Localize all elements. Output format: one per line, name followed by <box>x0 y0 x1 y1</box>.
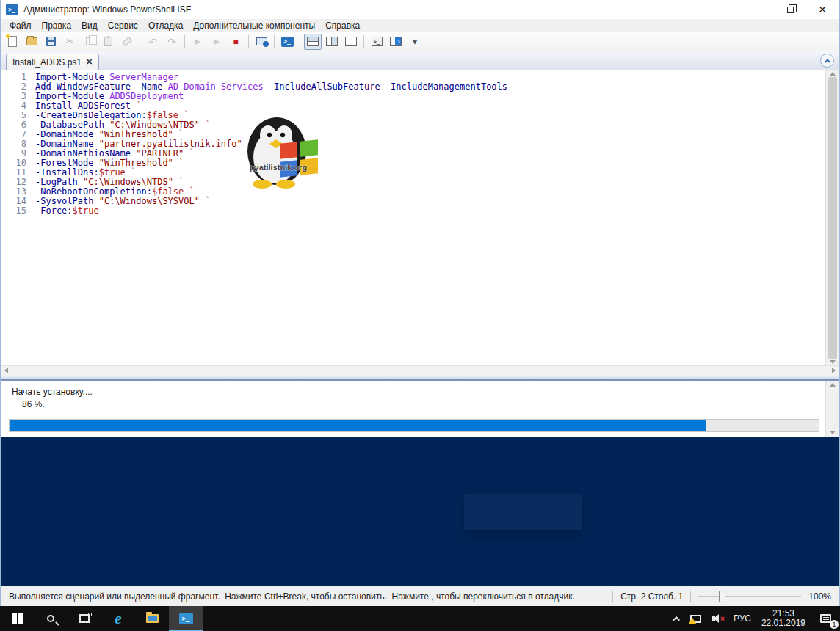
show-command-addon-icon: >_ <box>372 37 383 46</box>
restore-icon <box>787 7 794 13</box>
menu-item-6[interactable]: Справка <box>320 20 365 32</box>
system-tray: × РУС 21:53 22.01.2019 1 <box>670 606 840 631</box>
pane-splitter[interactable] <box>1 376 839 381</box>
status-message: Выполняется сценарий или выделенный фраг… <box>9 591 605 602</box>
restore-button[interactable] <box>774 0 806 19</box>
app-icon: >_ <box>6 4 18 15</box>
code-editor[interactable]: 123456789101112131415 Import-Module Serv… <box>1 70 825 365</box>
run-script-icon: ▶ <box>195 37 200 46</box>
scroll-down-icon[interactable] <box>830 360 836 364</box>
volume-muted-icon[interactable]: × <box>706 606 728 631</box>
warning-triangle-icon <box>689 618 696 624</box>
script-pane: 123456789101112131415 Import-Module Serv… <box>1 70 839 365</box>
tab-strip: Install_ADDS.ps1 ✕ <box>1 51 839 70</box>
line-number: 4 <box>1 101 35 111</box>
network-icon <box>690 615 701 623</box>
menu-item-2[interactable]: Вид <box>76 20 103 32</box>
collapse-script-pane-button[interactable] <box>820 54 834 68</box>
file-explorer-button[interactable] <box>135 606 169 631</box>
language-indicator[interactable]: РУС <box>728 606 756 631</box>
desktop: >_ Администратор: Windows PowerShell ISE… <box>0 0 840 631</box>
divider <box>612 591 613 602</box>
undo-icon: ↶ <box>148 36 157 48</box>
show-script-pane-right-icon <box>326 37 338 46</box>
date: 22.01.2019 <box>761 619 805 628</box>
start-powershell-exe-button[interactable]: >_ <box>278 34 296 50</box>
line-number: 1 <box>1 73 35 82</box>
line-number: 5 <box>1 111 35 120</box>
clear-console-button <box>118 34 136 50</box>
start-powershell-exe-icon: >_ <box>281 37 294 47</box>
powershell-taskbar-button[interactable]: >_ <box>169 606 203 631</box>
show-console-pane-button[interactable] <box>387 34 405 50</box>
chevron-up-icon <box>824 59 830 65</box>
run-selection-button: ▶ <box>208 34 225 50</box>
new-remote-powershell-tab-button[interactable] <box>253 34 270 50</box>
menu-item-3[interactable]: Сервис <box>103 20 143 32</box>
notification-badge: 1 <box>830 620 839 629</box>
stop-operation-icon: ■ <box>233 37 238 47</box>
task-view-button[interactable] <box>68 606 101 631</box>
close-button[interactable]: ✕ <box>806 0 839 19</box>
open-script-button[interactable] <box>23 34 40 50</box>
taskbar: e>_ × РУС 21:53 22.01.2019 1 <box>0 606 840 631</box>
title-bar: >_ Администратор: Windows PowerShell ISE… <box>1 0 839 19</box>
zoom-slider[interactable] <box>698 591 801 602</box>
scroll-down-icon[interactable] <box>830 431 836 434</box>
clock[interactable]: 21:53 22.01.2019 <box>756 606 811 631</box>
open-script-icon <box>26 37 37 45</box>
scroll-left-icon[interactable] <box>4 368 8 373</box>
tab-close-icon[interactable]: ✕ <box>86 57 93 67</box>
zoom-slider-track[interactable] <box>698 596 801 597</box>
paste-icon <box>104 37 112 46</box>
show-script-pane-right-button[interactable] <box>323 34 341 50</box>
code-line: -ForestMode "WinThreshold" ` <box>35 158 825 168</box>
toolbar-separator <box>140 35 140 48</box>
menu-bar: ФайлПравкаВидСервисОтладкаДополнительные… <box>1 19 839 32</box>
action-center-icon <box>820 614 831 623</box>
console-pane[interactable] <box>1 437 839 586</box>
clear-console-icon <box>122 37 132 46</box>
cursor-position: Стр. 2 Столб. 1 <box>620 591 683 602</box>
editor-vertical-scrollbar[interactable] <box>825 70 839 365</box>
editor-horizontal-scrollbar[interactable] <box>1 365 839 376</box>
powershell-ise-window: >_ Администратор: Windows PowerShell ISE… <box>0 0 840 606</box>
menu-item-5[interactable]: Дополнительные компоненты <box>188 20 320 32</box>
progress-percent-label: 86 %. <box>22 399 825 409</box>
menu-item-0[interactable]: Файл <box>4 20 37 32</box>
toolbar-separator <box>300 35 300 48</box>
action-center-button[interactable]: 1 <box>811 606 840 631</box>
scroll-up-icon[interactable] <box>830 383 836 387</box>
internet-explorer-button[interactable]: e <box>101 606 135 631</box>
search-button[interactable] <box>34 606 68 631</box>
progress-pane-scrollbar[interactable] <box>825 381 839 437</box>
progress-bar-fill <box>10 420 706 431</box>
scrollbar-thumb[interactable] <box>828 77 837 359</box>
dialog-ghost-shadow <box>464 494 582 530</box>
tray-expand-button[interactable] <box>670 606 685 631</box>
zoom-slider-thumb[interactable] <box>719 591 725 602</box>
code-area[interactable]: Import-Module ServerManagerAdd-WindowsFe… <box>35 70 825 365</box>
scroll-right-icon[interactable] <box>832 368 836 373</box>
tab-install-adds[interactable]: Install_ADDS.ps1 ✕ <box>6 54 99 70</box>
menu-item-1[interactable]: Правка <box>37 20 77 32</box>
paste-button <box>99 34 117 50</box>
copy-icon <box>86 37 93 45</box>
save-script-icon <box>46 37 56 46</box>
scroll-up-icon[interactable] <box>830 72 836 76</box>
network-status-icon[interactable] <box>685 606 706 631</box>
progress-pane: Начать установку.... 86 %. <box>1 381 839 437</box>
toolbar-overflow-button[interactable]: ▾ <box>406 34 424 50</box>
show-script-pane-maximized-button[interactable] <box>342 34 360 50</box>
save-script-button[interactable] <box>42 34 59 50</box>
minimize-button[interactable] <box>742 0 774 19</box>
start-button[interactable] <box>0 606 34 631</box>
show-script-pane-top-button[interactable] <box>304 34 322 50</box>
new-script-button[interactable] <box>4 34 21 50</box>
toolbar-overflow-icon: ▾ <box>413 37 418 46</box>
zoom-level: 100% <box>808 591 831 602</box>
divider <box>690 591 691 602</box>
stop-operation-button[interactable]: ■ <box>227 34 245 50</box>
menu-item-4[interactable]: Отладка <box>143 20 188 32</box>
show-command-addon-button[interactable]: >_ <box>368 34 385 50</box>
